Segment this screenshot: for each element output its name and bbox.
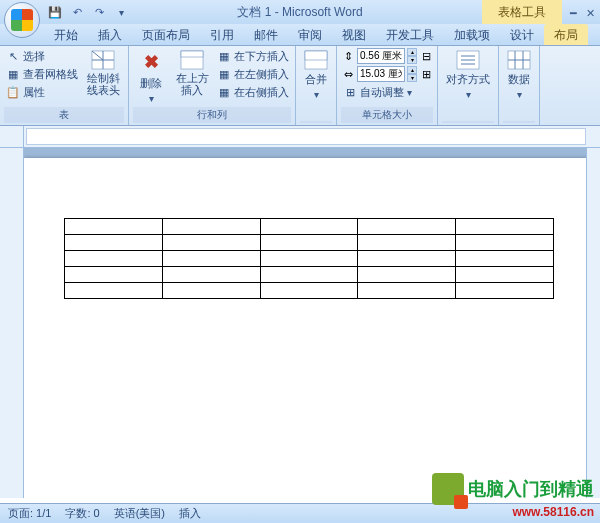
chevron-down-icon: ▾	[466, 89, 471, 100]
properties-icon: 📋	[6, 86, 20, 100]
close-icon[interactable]: ✕	[586, 7, 596, 17]
row-height-input[interactable]	[357, 48, 405, 64]
alignment-button[interactable]: 对齐方式 ▾	[442, 48, 494, 102]
insert-below-button[interactable]: ▦在下方插入	[215, 48, 291, 65]
table-cell[interactable]	[456, 283, 554, 299]
table-cell[interactable]	[162, 251, 260, 267]
table-cell[interactable]	[162, 219, 260, 235]
data-icon	[507, 50, 531, 70]
redo-icon[interactable]: ↷	[90, 3, 108, 21]
table-row[interactable]	[65, 283, 554, 299]
autofit-button[interactable]: ⊞自动调整▾	[341, 84, 433, 101]
minimize-icon[interactable]: ━	[570, 7, 580, 17]
page[interactable]	[24, 158, 586, 498]
col-width-input[interactable]	[357, 66, 405, 82]
table-cell[interactable]	[456, 267, 554, 283]
merge-button[interactable]: 合并 ▾	[300, 48, 332, 102]
view-gridlines-button[interactable]: ▦查看网格线	[4, 66, 80, 83]
vertical-scrollbar[interactable]	[586, 148, 600, 498]
undo-icon[interactable]: ↶	[68, 3, 86, 21]
group-cellsize-label: 单元格大小	[341, 107, 433, 123]
table-cell[interactable]	[162, 283, 260, 299]
status-language[interactable]: 英语(美国)	[114, 506, 165, 521]
width-down[interactable]: ▾	[407, 74, 417, 82]
save-icon[interactable]: 💾	[46, 3, 64, 21]
tab-developer[interactable]: 开发工具	[376, 24, 444, 45]
word-table[interactable]	[64, 218, 554, 299]
table-cell[interactable]	[358, 283, 456, 299]
data-button[interactable]: 数据 ▾	[503, 48, 535, 102]
tab-layout[interactable]: 布局	[544, 24, 588, 45]
table-cell[interactable]	[162, 267, 260, 283]
table-row[interactable]	[65, 251, 554, 267]
group-align-label	[442, 121, 494, 123]
insert-above-button[interactable]: 在上方插入	[171, 48, 213, 98]
ribbon-tabs: 开始 插入 页面布局 引用 邮件 审阅 视图 开发工具 加载项 设计 布局	[0, 24, 600, 46]
delete-button[interactable]: ✖ 删除 ▾	[133, 48, 169, 106]
qat-dropdown-icon[interactable]: ▾	[112, 3, 130, 21]
table-cell[interactable]	[65, 267, 163, 283]
width-up[interactable]: ▴	[407, 66, 417, 74]
tab-review[interactable]: 审阅	[288, 24, 332, 45]
table-cell[interactable]	[65, 251, 163, 267]
vertical-ruler[interactable]	[0, 148, 24, 498]
svg-rect-5	[181, 51, 203, 57]
table-cell[interactable]	[456, 219, 554, 235]
table-cell[interactable]	[358, 251, 456, 267]
insert-right-icon: ▦	[217, 86, 231, 100]
insert-right-label: 在右侧插入	[234, 85, 289, 100]
grid-icon: ▦	[6, 68, 20, 82]
merge-icon	[304, 50, 328, 70]
group-cell-size: ⇕ ▴▾ ⊟ ⇔ ▴▾ ⊞ ⊞自动调整▾ 单元格大小	[337, 46, 438, 125]
table-cell[interactable]	[358, 235, 456, 251]
table-cell[interactable]	[162, 235, 260, 251]
document-scroll[interactable]	[24, 148, 586, 498]
properties-button[interactable]: 📋属性	[4, 84, 80, 101]
table-cell[interactable]	[65, 235, 163, 251]
table-row[interactable]	[65, 235, 554, 251]
table-cell[interactable]	[456, 235, 554, 251]
tab-addins[interactable]: 加载项	[444, 24, 500, 45]
tab-home[interactable]: 开始	[44, 24, 88, 45]
context-tab-label: 表格工具	[482, 0, 562, 24]
draw-diagonal-button[interactable]: 绘制斜线表头	[82, 48, 124, 98]
tab-references[interactable]: 引用	[200, 24, 244, 45]
select-button[interactable]: ↖选择	[4, 48, 80, 65]
insert-left-button[interactable]: ▦在左侧插入	[215, 66, 291, 83]
table-cell[interactable]	[65, 219, 163, 235]
tab-page-layout[interactable]: 页面布局	[132, 24, 200, 45]
ribbon: ↖选择 ▦查看网格线 📋属性 绘制斜线表头 表 ✖ 删除 ▾ 在上方插入	[0, 46, 600, 126]
table-row[interactable]	[65, 267, 554, 283]
chevron-down-icon: ▾	[407, 87, 412, 98]
table-row[interactable]	[65, 219, 554, 235]
table-cell[interactable]	[65, 283, 163, 299]
horizontal-ruler-area	[0, 126, 600, 148]
table-cell[interactable]	[358, 267, 456, 283]
chevron-down-icon: ▾	[314, 89, 319, 100]
group-data: 数据 ▾	[499, 46, 540, 125]
table-cell[interactable]	[260, 267, 358, 283]
office-button[interactable]	[4, 2, 40, 38]
status-mode[interactable]: 插入	[179, 506, 201, 521]
table-cell[interactable]	[260, 235, 358, 251]
chevron-down-icon: ▾	[517, 89, 522, 100]
distribute-rows-icon[interactable]: ⊟	[419, 49, 433, 63]
status-page[interactable]: 页面: 1/1	[8, 506, 51, 521]
status-words[interactable]: 字数: 0	[65, 506, 99, 521]
table-cell[interactable]	[260, 283, 358, 299]
title-bar: 💾 ↶ ↷ ▾ 文档 1 - Microsoft Word 表格工具 ━ ✕	[0, 0, 600, 24]
height-up[interactable]: ▴	[407, 48, 417, 56]
width-icon: ⇔	[341, 67, 355, 81]
table-cell[interactable]	[260, 251, 358, 267]
insert-right-button[interactable]: ▦在右侧插入	[215, 84, 291, 101]
height-down[interactable]: ▾	[407, 56, 417, 64]
tab-design[interactable]: 设计	[500, 24, 544, 45]
table-cell[interactable]	[260, 219, 358, 235]
tab-view[interactable]: 视图	[332, 24, 376, 45]
distribute-cols-icon[interactable]: ⊞	[419, 67, 433, 81]
horizontal-ruler[interactable]	[26, 128, 586, 145]
tab-mailings[interactable]: 邮件	[244, 24, 288, 45]
table-cell[interactable]	[358, 219, 456, 235]
table-cell[interactable]	[456, 251, 554, 267]
tab-insert[interactable]: 插入	[88, 24, 132, 45]
